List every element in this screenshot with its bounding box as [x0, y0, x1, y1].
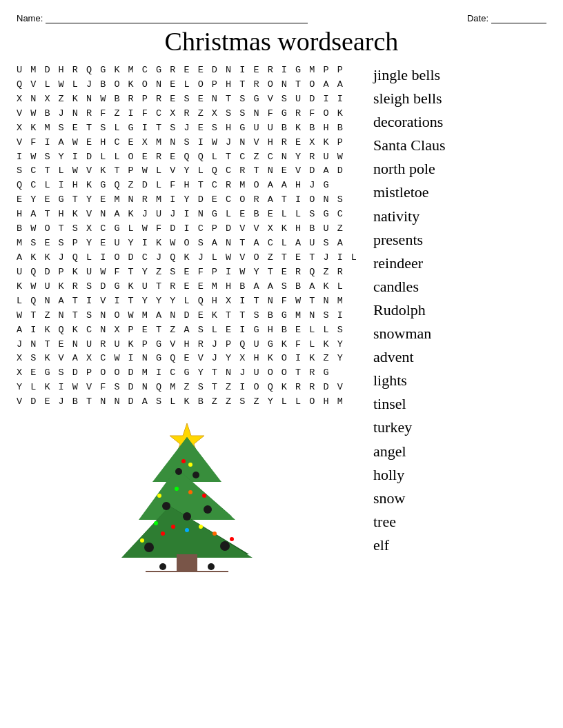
word-list-item: presents	[373, 228, 475, 252]
svg-point-12	[204, 505, 212, 514]
svg-point-19	[188, 490, 192, 494]
main-content: U M D H R Q G K M C G R E E D N I E R I …	[17, 63, 546, 578]
word-list-item: lights	[373, 369, 475, 392]
word-list-item: angel	[373, 440, 475, 463]
svg-point-14	[144, 543, 154, 552]
svg-point-18	[175, 487, 179, 491]
grid-row: J N T E N U R U K P G V H R J P Q U G K …	[17, 338, 358, 352]
svg-point-25	[213, 532, 217, 536]
word-list-item: Santa Claus	[373, 134, 475, 157]
svg-point-11	[162, 502, 170, 510]
svg-point-16	[181, 459, 186, 463]
word-list-item: mistletoe	[373, 181, 475, 204]
svg-point-24	[199, 525, 203, 529]
svg-point-9	[175, 468, 182, 475]
grid-row: M S E S P Y E U Y I K W O S A N T A C L …	[17, 236, 358, 251]
word-list-item: north pole	[373, 157, 475, 181]
svg-point-17	[188, 463, 192, 467]
word-list-item: reindeer	[373, 252, 475, 275]
word-list-item: nativity	[373, 205, 475, 228]
svg-point-28	[140, 538, 144, 543]
grid-row: Q V L W L J B O K O N E L O P H T R O N …	[17, 78, 358, 92]
word-list-item: sleigh bells	[373, 87, 475, 110]
grid-row: X E G S D P O O D M I C G Y T N J U O O …	[17, 366, 358, 381]
word-list-item: tinsel	[373, 392, 475, 416]
grid-row: B W O T S X C G L W F D I C P D V V X K …	[17, 222, 358, 236]
grid-row: X S K V A X C W I N G Q E V J Y X H K O …	[17, 352, 358, 366]
grid-row: X K M S E T S L G I T S J E S H G U U B …	[17, 121, 358, 136]
svg-point-30	[159, 563, 166, 570]
grid-row: A I K Q K C N X P E T Z A S L E I G H B …	[17, 323, 358, 338]
word-list-item: candles	[373, 275, 475, 299]
word-list-item: holly	[373, 463, 475, 487]
word-list-item: advent	[373, 345, 475, 369]
christmas-tree-svg	[104, 416, 270, 575]
page-title: Christmas wordsearch	[17, 26, 546, 57]
grid-row: S C T L W V K T P W L V Y L Q C R T N E …	[17, 164, 358, 179]
svg-point-22	[171, 525, 175, 529]
date-field: Date:	[467, 12, 546, 23]
svg-point-21	[157, 494, 161, 498]
word-list: jingle bellssleigh bellsdecorationsSanta…	[373, 63, 475, 557]
tree-image	[17, 416, 358, 578]
grid-row: A K K J Q L I O D C J Q K J L W V O Z T …	[17, 251, 358, 265]
word-search-grid: U M D H R Q G K M C G R E E D N I E R I …	[17, 63, 358, 578]
word-list-item: snowman	[373, 322, 475, 345]
word-list-item: snow	[373, 487, 475, 510]
svg-point-26	[161, 532, 165, 536]
word-list-item: tree	[373, 510, 475, 534]
svg-point-31	[208, 563, 215, 570]
name-field: Name:	[17, 12, 308, 23]
grid-row: Q C L I H K G Q Z D L F H T C R M O A A …	[17, 179, 358, 193]
letter-grid: U M D H R Q G K M C G R E E D N I E R I …	[17, 63, 358, 410]
grid-row: V F I A W E H C E X M N S I W J N V H R …	[17, 136, 358, 150]
svg-rect-7	[177, 554, 197, 572]
name-label: Name:	[17, 13, 43, 23]
grid-row: V W B J N R F Z I F C X R Z X S S N F G …	[17, 107, 358, 121]
grid-row: U M D H R Q G K M C G R E E D N I E R I …	[17, 63, 358, 78]
svg-marker-2	[152, 437, 221, 482]
name-date-row: Name: Date:	[17, 12, 546, 23]
grid-row: V D E J B T N N D A S L K B Z Z S Z Y L …	[17, 395, 358, 410]
svg-point-27	[154, 521, 158, 525]
word-list-item: elf	[373, 534, 475, 557]
svg-point-13	[183, 512, 191, 520]
grid-row: W T Z N T S N O W M A N D E K T T S B G …	[17, 309, 358, 323]
grid-row: Y L K I W V F S D N Q M Z S T Z I O Q K …	[17, 381, 358, 395]
grid-row: X N X Z K N W B R P R E S E N T S G V S …	[17, 92, 358, 107]
date-label: Date:	[467, 13, 488, 23]
grid-row: E Y E G T Y E M N R M I Y D E C O R A T …	[17, 193, 358, 208]
svg-point-23	[185, 528, 189, 532]
svg-point-29	[230, 537, 234, 541]
grid-row: U Q D P K U W F T Y Z S E F P I W Y T E …	[17, 265, 358, 280]
word-list-item: jingle bells	[373, 63, 475, 87]
word-list-section: jingle bellssleigh bellsdecorationsSanta…	[365, 63, 475, 578]
word-list-item: decorations	[373, 110, 475, 134]
grid-row: H A T H K V N A K J U J I N G L E B E L …	[17, 208, 358, 222]
date-underline	[491, 12, 546, 23]
word-list-item: Rudolph	[373, 299, 475, 322]
word-list-item: turkey	[373, 416, 475, 439]
grid-row: L Q N A T I V I T Y Y Y L Q H X I T N F …	[17, 294, 358, 309]
grid-row: I W S Y I D L L O E R E Q Q L T C Z C N …	[17, 150, 358, 165]
grid-row: K W U K R S D G K U T R E E M H B A A S …	[17, 280, 358, 294]
svg-point-15	[220, 541, 230, 551]
name-underline	[46, 12, 308, 23]
svg-point-20	[202, 494, 206, 498]
svg-point-10	[192, 472, 199, 478]
